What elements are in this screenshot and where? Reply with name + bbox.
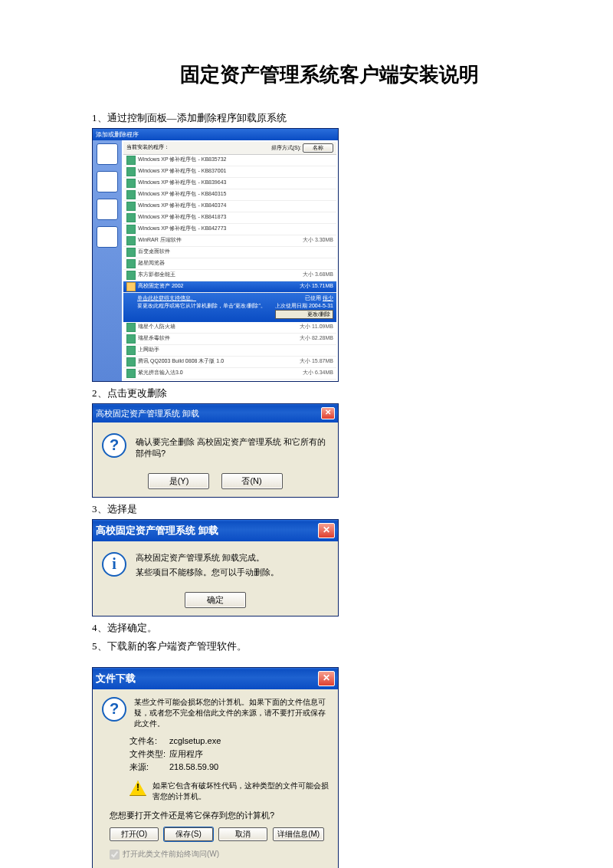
file-name: zcglsetup.exe <box>169 736 221 745</box>
file-label: 文件名: <box>129 735 169 747</box>
file-download-dialog: 文件下载 ✕ ? 某些文件可能会损坏您的计算机。如果下面的文件信息可疑，或者您不… <box>92 667 339 868</box>
arp-selected-row[interactable]: 高校固定资产 2002 大小 15.71MB <box>123 281 336 293</box>
download-warning-bottom: 如果它包含有破坏性代码，这种类型的文件可能会损害您的计算机。 <box>152 781 329 802</box>
info-icon: i <box>102 552 126 577</box>
from-value: 218.58.59.90 <box>169 762 218 771</box>
arp-sidebar <box>93 140 122 381</box>
list-item: Windows XP 修补程序包 - KB842773 <box>123 224 336 235</box>
list-item: 紫光拼音输入法3.0大小 6.34MB <box>123 368 336 380</box>
confirm-uninstall-dialog: 高校固定资产管理系统 卸载 ✕ ? 确认要完全删除 高校固定资产管理系统 和它所… <box>92 403 339 498</box>
dialog-title: 高校固定资产管理系统 卸载 <box>96 524 318 538</box>
no-button[interactable]: 否(N) <box>221 473 283 489</box>
step-2: 2、点击更改删除 <box>92 386 567 400</box>
step-1: 1、通过控制面板—添加删除程序卸载原系统 <box>92 111 567 125</box>
arp-sort-select[interactable]: 名称 <box>303 143 333 153</box>
list-item: 百变桌面软件 <box>123 247 336 258</box>
arp-title: 添加或删除程序 <box>96 130 139 139</box>
download-question: 您想要打开文件还是将它保存到您的计算机? <box>102 805 329 826</box>
list-item: 瑞星个人防火墙大小 11.09MB <box>123 322 336 334</box>
yes-button[interactable]: 是(Y) <box>148 473 209 489</box>
warning-icon: ! <box>129 781 146 796</box>
list-item: Windows XP 修补程序包 - KB841873 <box>123 212 336 224</box>
ok-button[interactable]: 确定 <box>185 592 246 608</box>
step-3: 3、选择是 <box>92 502 567 516</box>
uninstall-done-dialog: 高校固定资产管理系统 卸载 ✕ i 高校固定资产管理系统 卸载完成。 某些项目不… <box>92 519 339 616</box>
save-button[interactable]: 保存(S) <box>164 827 213 841</box>
change-remove-button[interactable]: 更改/删除 <box>275 310 333 319</box>
add-remove-programs-window: 添加或删除程序 当前安装的程序： 排序方式(S): 名称 Windows XP <box>92 128 339 382</box>
arp-head-left: 当前安装的程序： <box>126 143 169 153</box>
arp-side-add-icon[interactable] <box>97 171 118 192</box>
dialog-title: 高校固定资产管理系统 卸载 <box>96 408 321 419</box>
arp-sort-label: 排序方式(S): <box>271 145 301 150</box>
question-icon: ? <box>102 697 126 722</box>
from-label: 来源: <box>129 761 169 773</box>
close-icon[interactable]: ✕ <box>321 407 335 419</box>
list-item: 超星阅览器 <box>123 258 336 270</box>
type-value: 应用程序 <box>169 749 203 758</box>
list-item: Windows XP 修补程序包 - KB839643 <box>123 178 336 189</box>
arp-selected-detail: 单击此处获得支持信息。 要更改此程序或将它从计算机删除，单击"更改/删除"。 已… <box>123 293 336 322</box>
open-button[interactable]: 打开(O) <box>110 827 159 841</box>
done-msg2: 某些项目不能移除。您可以手动删除。 <box>136 567 279 578</box>
step-4: 4、选择确定。 <box>92 621 567 635</box>
dialog-message: 确认要完全删除 高校固定资产管理系统 和它所有的部件吗? <box>136 433 329 459</box>
arp-side-change-icon[interactable] <box>97 143 118 165</box>
list-item: 腾讯 QQ2003 Build 0808 木子版 1.0大小 15.87MB <box>123 357 336 368</box>
always-ask-label: 打开此类文件前始终询问(W) <box>123 849 219 860</box>
close-icon[interactable]: ✕ <box>318 671 335 686</box>
done-msg1: 高校固定资产管理系统 卸载完成。 <box>136 552 279 564</box>
list-item: Windows XP 修补程序包 - KB835732 <box>123 155 336 166</box>
list-item: Windows XP 修补程序包 - KB840315 <box>123 189 336 201</box>
close-icon[interactable]: ✕ <box>318 523 335 538</box>
arp-program-list[interactable]: Windows XP 修补程序包 - KB835732 Windows XP 修… <box>123 155 336 380</box>
list-item: 瑞星杀毒软件大小 82.28MB <box>123 334 336 345</box>
more-info-button[interactable]: 详细信息(M) <box>273 827 324 841</box>
list-item: 东方影都全能王大小 3.68MB <box>123 270 336 281</box>
download-warning-top: 某些文件可能会损坏您的计算机。如果下面的文件信息可疑，或者您不完全相信此文件的来… <box>134 697 329 729</box>
dialog-title: 文件下载 <box>96 672 318 686</box>
arp-side-defaults-icon[interactable] <box>97 226 118 248</box>
list-item: Windows XP 修补程序包 - KB837001 <box>123 166 336 178</box>
arp-support-link[interactable]: 单击此处获得支持信息。 <box>137 294 272 302</box>
arp-side-windows-icon[interactable] <box>97 199 118 220</box>
type-label: 文件类型: <box>129 748 169 760</box>
list-item: Windows XP 修补程序包 - KB840374 <box>123 201 336 212</box>
list-item: 上网助手 <box>123 345 336 357</box>
step-5: 5、下载新的客户端资产管理软件。 <box>92 639 567 653</box>
question-icon: ? <box>102 433 126 458</box>
list-item: WinRAR 压缩软件大小 3.30MB <box>123 235 336 247</box>
page-title: 固定资产管理系统客户端安装说明 <box>92 61 567 88</box>
always-ask-checkbox <box>110 850 120 860</box>
cancel-button[interactable]: 取消 <box>218 827 267 841</box>
